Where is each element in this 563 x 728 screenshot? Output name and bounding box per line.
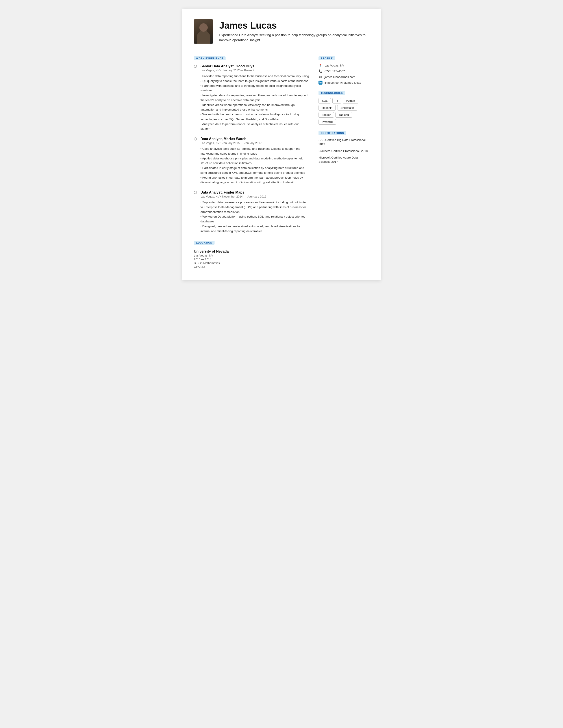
job-title: Data Analyst, Finder Maps [200,190,310,194]
degree: B.S. in Mathematics [194,261,310,265]
certifications-section: CERTIFICATIONS SAS Certified Big Data Pr… [319,131,369,164]
tech-tag: Looker [319,112,334,118]
profile-label: PROFILE [319,56,335,60]
tech-tag: Tableau [335,112,352,118]
body-columns: WORK EXPERIENCE Senior Data Analyst, Goo… [194,56,369,269]
job-circle [194,191,197,194]
resume-container: James Lucas Experienced Data Analyst see… [182,9,381,280]
location-icon: 📍 [319,63,322,67]
linkedin-icon: in [319,81,322,85]
certification-item: Microsoft Certified Azure Data Scientist… [319,156,369,164]
education-section: EDUCATION University of Nevada Las Vegas… [194,240,310,268]
tech-tag: Redshift [319,105,336,111]
job-bullet [194,64,197,131]
job-description: • Used analytics tools such as Tableau a… [200,146,310,185]
job-description: • Supported data governance processes an… [200,200,310,233]
tech-tags-container: SQLRPythonRedshiftSnowflakeLookerTableau… [319,98,369,125]
certifications-label: CERTIFICATIONS [319,131,346,135]
header-section: James Lucas Experienced Data Analyst see… [194,19,369,44]
header-text: James Lucas Experienced Data Analyst see… [219,20,369,42]
certification-item: Cloudera Certified Professional, 2018 [319,149,369,153]
education-label: EDUCATION [194,241,215,245]
avatar [194,19,213,44]
job-item: Senior Data Analyst, Good Buys Las Vegas… [194,64,310,131]
profile-email: ✉ james.lucas@mail.com [319,75,369,79]
school-name: University of Nevada [194,249,310,253]
job-meta: Las Vegas, NV • November 2014 — Jaunuary… [200,195,310,198]
work-experience-label: WORK EXPERIENCE [194,56,226,60]
job-item: Data Analyst, Finder Maps Las Vegas, NV … [194,190,310,233]
phone-icon: 📞 [319,69,322,73]
main-column: WORK EXPERIENCE Senior Data Analyst, Goo… [194,56,310,269]
job-meta: Las Vegas, NV • January 2015 — January 2… [200,141,310,145]
job-bullet [194,137,197,185]
tech-tag: PowerBI [319,119,336,125]
school-years: 2010 — 2014 [194,258,310,261]
tech-tag: Python [343,98,358,103]
email-icon: ✉ [319,75,322,79]
job-circle [194,137,197,140]
job-bullet [194,190,197,233]
tech-tag: Snowflake [337,105,357,111]
profile-section: PROFILE 📍 Las Vegas, NV 📞 (555) 123-4567… [319,56,369,85]
job-circle [194,65,197,68]
school-location: Las Vegas, NV [194,254,310,257]
candidate-tagline: Experienced Data Analyst seeking a posit… [219,32,369,43]
job-title: Data Analyst, Market Watch [200,137,310,141]
job-item: Data Analyst, Market Watch Las Vegas, NV… [194,137,310,185]
job-content: Data Analyst, Market Watch Las Vegas, NV… [200,137,310,185]
job-content: Senior Data Analyst, Good Buys Las Vegas… [200,64,310,131]
certification-item: SAS Certified Big Data Professional, 201… [319,138,369,146]
candidate-name: James Lucas [219,20,369,31]
profile-phone: 📞 (555) 123-4567 [319,69,369,73]
header-divider [194,50,369,50]
job-description: • Provided data reporting functions to t… [200,74,310,131]
technologies-section: TECHNOLOGIES SQLRPythonRedshiftSnowflake… [319,91,369,125]
tech-tag: R [332,98,341,103]
gpa: GPA: 3.6 [194,265,310,268]
job-content: Data Analyst, Finder Maps Las Vegas, NV … [200,190,310,233]
profile-location: 📍 Las Vegas, NV [319,63,369,67]
profile-linkedin[interactable]: in linkedin.com/in/james-lucas [319,81,369,85]
job-title: Senior Data Analyst, Good Buys [200,64,310,68]
technologies-label: TECHNOLOGIES [319,91,345,95]
sidebar-column: PROFILE 📍 Las Vegas, NV 📞 (555) 123-4567… [319,56,369,269]
tech-tag: SQL [319,98,331,103]
job-meta: Las Vegas, NV • January 2017 — Present [200,69,310,72]
